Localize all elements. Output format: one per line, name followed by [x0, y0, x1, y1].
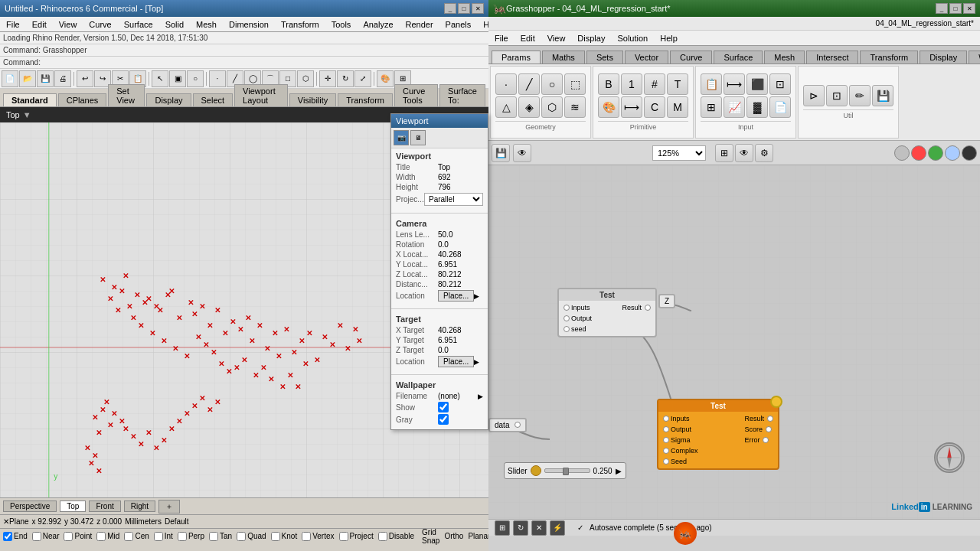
- gh-tab-maths[interactable]: Maths: [542, 51, 585, 64]
- vp-location-more[interactable]: ▶: [474, 292, 479, 300]
- gh-slider-track[interactable]: [544, 468, 590, 473]
- gh-canvas[interactable]: Test Inputs Output seed Result Z data: [488, 165, 980, 519]
- gh-node-z[interactable]: Z: [658, 294, 675, 308]
- snap-near[interactable]: Near: [32, 532, 60, 541]
- tab-viewportlayout[interactable]: Viewport Layout: [234, 84, 288, 106]
- gh-tab-sets[interactable]: Sets: [586, 51, 623, 64]
- vp-filename-more[interactable]: ▶: [478, 393, 483, 400]
- gh-icon-scribble[interactable]: ✏: [849, 85, 871, 106]
- gh-zoom-select[interactable]: 125% 100% 75% 150%: [652, 145, 706, 161]
- vp-gray-checkbox[interactable]: [438, 414, 449, 425]
- gh-menu-file[interactable]: File: [488, 31, 514, 45]
- snap-perp[interactable]: Perp: [178, 532, 204, 541]
- menu-tools[interactable]: Tools: [325, 17, 358, 31]
- gh-icon-txt[interactable]: T: [667, 73, 688, 95]
- vp-tab-right[interactable]: Right: [124, 500, 155, 512]
- snap-disable[interactable]: Disable: [378, 532, 414, 541]
- gh-slider[interactable]: Slider 0.250 ▶: [504, 462, 626, 479]
- gh-icon-button[interactable]: ⬛: [746, 73, 768, 95]
- gh-icon-color[interactable]: 🎨: [598, 96, 619, 118]
- gh-menu-display[interactable]: Display: [571, 31, 611, 45]
- vp-location-btn[interactable]: Place...: [438, 290, 474, 302]
- gh-port-output[interactable]: Output: [560, 314, 595, 323]
- tab-cplanes[interactable]: CPlanes: [58, 93, 107, 106]
- gh-tab-mesh[interactable]: Mesh: [764, 51, 805, 64]
- gh-close-btn[interactable]: ✕: [963, 3, 975, 14]
- snap-end[interactable]: End: [3, 532, 28, 541]
- tb-rotate[interactable]: ↻: [337, 70, 354, 87]
- gh-port-sigma[interactable]: Sigma: [660, 435, 701, 445]
- rhino-close-btn[interactable]: ✕: [472, 3, 484, 14]
- gh-port-inputs[interactable]: Inputs: [560, 303, 595, 312]
- gh-status-btn3[interactable]: ✕: [531, 520, 547, 536]
- gh-minimize-btn[interactable]: _: [936, 3, 948, 14]
- gh-tab-transform[interactable]: Transform: [860, 51, 918, 64]
- gh-tb-preview[interactable]: 👁: [513, 144, 531, 162]
- gh-menu-edit[interactable]: Edit: [514, 31, 541, 45]
- gh-icon-panel[interactable]: 📋: [701, 73, 722, 95]
- snap-cen[interactable]: Cen: [124, 532, 149, 541]
- gh-node-test-white[interactable]: Test Inputs Output seed Result: [557, 288, 657, 337]
- tb-render[interactable]: 🎨: [377, 70, 394, 87]
- menu-edit[interactable]: Edit: [26, 17, 53, 31]
- vp-tab-front[interactable]: Front: [89, 500, 120, 512]
- menu-dimension[interactable]: Dimension: [223, 17, 275, 31]
- menu-solid[interactable]: Solid: [159, 17, 190, 31]
- gh-color-gray[interactable]: [894, 145, 910, 161]
- tab-transform[interactable]: Transform: [338, 93, 393, 106]
- vp-display-icon[interactable]: 🖥: [410, 130, 426, 145]
- menu-render[interactable]: Render: [400, 17, 439, 31]
- gh-menu-solution[interactable]: Solution: [611, 31, 654, 45]
- vp-target-location-btn[interactable]: Place...: [438, 356, 474, 367]
- snap-project[interactable]: Project: [339, 532, 374, 541]
- gh-node-data[interactable]: data: [488, 418, 527, 432]
- gh-slider-arrow[interactable]: ▶: [616, 467, 622, 475]
- gh-icon-toggle[interactable]: ⊡: [769, 73, 791, 95]
- menu-view[interactable]: View: [53, 17, 83, 31]
- gh-icon-graph[interactable]: 📈: [724, 96, 745, 118]
- vp-tab-perspective[interactable]: Perspective: [3, 500, 57, 512]
- menu-surface[interactable]: Surface: [118, 17, 159, 31]
- gh-icon-line[interactable]: ╱: [518, 73, 540, 95]
- gh-icon-brep[interactable]: ◈: [518, 96, 540, 118]
- vp-projection-select[interactable]: Parallel Perspective: [424, 193, 483, 206]
- gh-port-error[interactable]: Error: [741, 435, 776, 445]
- snap-quad[interactable]: Quad: [237, 532, 266, 541]
- gh-slider-thumb[interactable]: [563, 468, 569, 475]
- tb-select3[interactable]: ○: [187, 70, 204, 87]
- gh-tab-vector[interactable]: Vector: [625, 51, 668, 64]
- gh-icon-md-slider[interactable]: ⊞: [701, 96, 722, 118]
- gh-icon-cluster[interactable]: ⊡: [826, 85, 848, 106]
- tb-print[interactable]: 🖨: [54, 70, 71, 87]
- tab-select[interactable]: Select: [193, 93, 234, 106]
- tb-poly[interactable]: ⬡: [297, 70, 314, 87]
- rhino-minimize-btn[interactable]: _: [444, 3, 456, 14]
- gh-maximize-btn[interactable]: □: [949, 3, 962, 14]
- gh-tb-settings[interactable]: ⚙: [755, 144, 773, 162]
- vp-tab-add[interactable]: ＋: [158, 500, 180, 514]
- gh-icon-interval[interactable]: ⟼: [621, 96, 642, 118]
- menu-panels[interactable]: Panels: [439, 17, 478, 31]
- menu-file[interactable]: File: [0, 17, 26, 31]
- gh-tab-surface[interactable]: Surface: [714, 51, 763, 64]
- snap-point[interactable]: Point: [64, 532, 92, 541]
- menu-transform[interactable]: Transform: [275, 17, 325, 31]
- menu-mesh[interactable]: Mesh: [190, 17, 223, 31]
- gh-icon-gradient[interactable]: ▓: [746, 96, 768, 118]
- gh-icon-matrix[interactable]: M: [667, 96, 688, 118]
- gh-icon-file[interactable]: 📄: [769, 96, 791, 118]
- tab-visibility[interactable]: Visibility: [289, 93, 337, 106]
- gh-icon-mesh[interactable]: △: [495, 96, 517, 118]
- gh-tab-params[interactable]: Params: [492, 51, 541, 64]
- gh-status-btn2[interactable]: ↻: [513, 520, 528, 536]
- gh-status-btn1[interactable]: ⊞: [495, 520, 510, 536]
- tb-undo[interactable]: ↩: [77, 70, 93, 87]
- gh-icon-slider[interactable]: ⟼: [724, 73, 745, 95]
- snap-tan[interactable]: Tan: [209, 532, 232, 541]
- gh-port-result[interactable]: Result: [619, 303, 654, 312]
- tb-save[interactable]: 💾: [37, 70, 54, 87]
- gh-menu-view[interactable]: View: [541, 31, 572, 45]
- tb-open[interactable]: 📂: [19, 70, 36, 87]
- gh-icon-data[interactable]: 💾: [872, 85, 893, 106]
- vp-target-more[interactable]: ▶: [474, 358, 479, 366]
